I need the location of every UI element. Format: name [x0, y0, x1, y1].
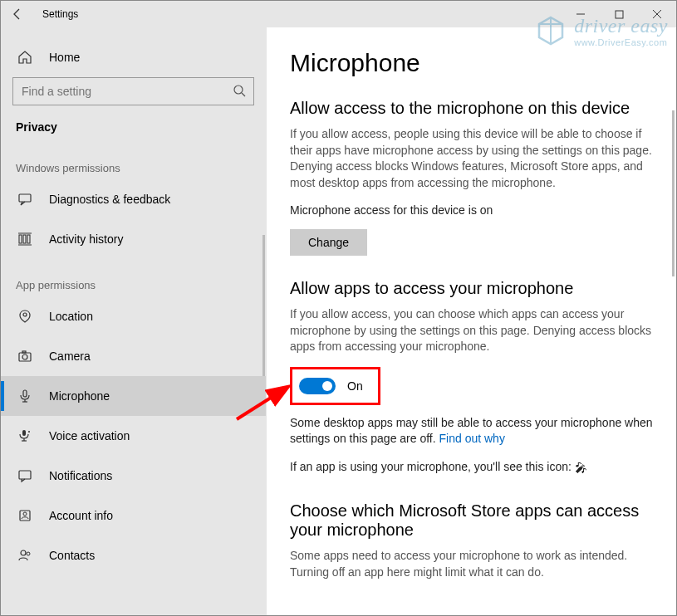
sidebar-item-label: Camera: [49, 350, 91, 363]
sidebar: Home Privacy Windows permissions Diagnos…: [1, 27, 267, 615]
sidebar-item-label: Notifications: [49, 469, 112, 482]
window-title: Settings: [42, 8, 78, 20]
sidebar-item-microphone[interactable]: Microphone: [1, 376, 266, 416]
svg-point-12: [22, 354, 27, 359]
contacts-icon: [16, 548, 34, 563]
main-content: Microphone Allow access to the microphon…: [267, 27, 676, 615]
search-icon: [233, 84, 246, 97]
page-title: Microphone: [290, 49, 653, 77]
toggle-highlight: On: [290, 367, 380, 405]
sidebar-item-voice-activation[interactable]: Voice activation: [1, 416, 266, 456]
sidebar-item-location[interactable]: Location: [1, 296, 266, 336]
window-controls: [562, 1, 676, 27]
find-out-why-link[interactable]: Find out why: [439, 432, 505, 445]
svg-rect-7: [27, 235, 30, 243]
microphone-icon: [16, 389, 34, 403]
voice-icon: [16, 428, 34, 443]
maximize-icon: [615, 10, 624, 19]
sidebar-item-activity-history[interactable]: Activity history: [1, 219, 266, 259]
section2-body: If you allow access, you can choose whic…: [290, 306, 653, 355]
close-button[interactable]: [638, 1, 676, 27]
svg-point-23: [23, 512, 27, 516]
sidebar-item-label: Contacts: [49, 549, 95, 562]
sidebar-home[interactable]: Home: [1, 41, 266, 74]
maximize-button[interactable]: [600, 1, 638, 27]
svg-rect-14: [23, 390, 27, 397]
location-icon: [16, 309, 34, 324]
minimize-icon: [576, 9, 586, 19]
sidebar-item-notifications[interactable]: Notifications: [1, 456, 266, 496]
sidebar-item-camera[interactable]: Camera: [1, 336, 266, 376]
svg-rect-6: [23, 235, 26, 243]
account-icon: [16, 508, 34, 523]
sidebar-item-diagnostics[interactable]: Diagnostics & feedback: [1, 179, 266, 219]
group-app-permissions: App permissions: [1, 259, 266, 296]
svg-rect-17: [22, 430, 26, 436]
change-button[interactable]: Change: [290, 229, 367, 256]
section1-heading: Allow access to the microphone on this d…: [290, 99, 653, 118]
section1-body: If you allow access, people using this d…: [290, 126, 653, 191]
section2-heading: Allow apps to access your microphone: [290, 279, 653, 298]
sidebar-item-label: Activity history: [49, 232, 123, 246]
sidebar-item-label: Account info: [49, 509, 113, 522]
sidebar-home-label: Home: [49, 51, 80, 64]
svg-line-3: [242, 93, 245, 96]
svg-point-20: [28, 431, 30, 433]
usage-note-text: If an app is using your microphone, you'…: [290, 460, 575, 473]
arrow-left-icon: [11, 7, 24, 21]
camera-icon: [16, 349, 34, 364]
svg-point-2: [234, 86, 243, 94]
sidebar-item-label: Voice activation: [49, 429, 130, 442]
sidebar-item-label: Diagnostics & feedback: [49, 193, 170, 206]
svg-point-10: [23, 313, 27, 316]
sidebar-active-section[interactable]: Privacy: [1, 112, 266, 142]
section2-note: Some desktop apps may still be able to a…: [290, 415, 653, 447]
notifications-icon: [16, 468, 34, 483]
toggle-knob: [322, 381, 332, 391]
sidebar-item-label: Microphone: [49, 389, 110, 403]
sidebar-item-account-info[interactable]: Account info: [1, 496, 266, 535]
svg-rect-4: [19, 194, 31, 202]
back-button[interactable]: [1, 1, 34, 27]
minimize-button[interactable]: [562, 1, 600, 27]
close-icon: [652, 9, 662, 19]
activity-icon: [16, 232, 34, 247]
section1-status: Microphone access for this device is on: [290, 203, 653, 219]
home-icon: [16, 50, 34, 65]
feedback-icon: [16, 192, 34, 207]
microphone-indicator-icon: 🎤︎: [575, 461, 587, 475]
group-windows-permissions: Windows permissions: [1, 142, 266, 179]
allow-apps-toggle[interactable]: [299, 378, 336, 394]
svg-point-24: [21, 550, 26, 555]
sidebar-item-contacts[interactable]: Contacts: [1, 535, 266, 575]
titlebar: Settings: [1, 1, 676, 27]
toggle-label: On: [347, 379, 363, 393]
svg-rect-5: [19, 235, 22, 243]
main-scrollbar[interactable]: [672, 110, 675, 276]
search-container: [12, 77, 254, 105]
search-input[interactable]: [12, 77, 254, 105]
svg-rect-1: [616, 11, 623, 18]
svg-rect-13: [22, 351, 26, 353]
usage-note: If an app is using your microphone, you'…: [290, 459, 653, 477]
sidebar-item-label: Location: [49, 310, 93, 323]
section3-heading: Choose which Microsoft Store apps can ac…: [290, 501, 653, 540]
svg-point-25: [27, 552, 30, 555]
svg-rect-21: [19, 471, 31, 479]
section3-body: Some apps need to access your microphone…: [290, 548, 653, 580]
